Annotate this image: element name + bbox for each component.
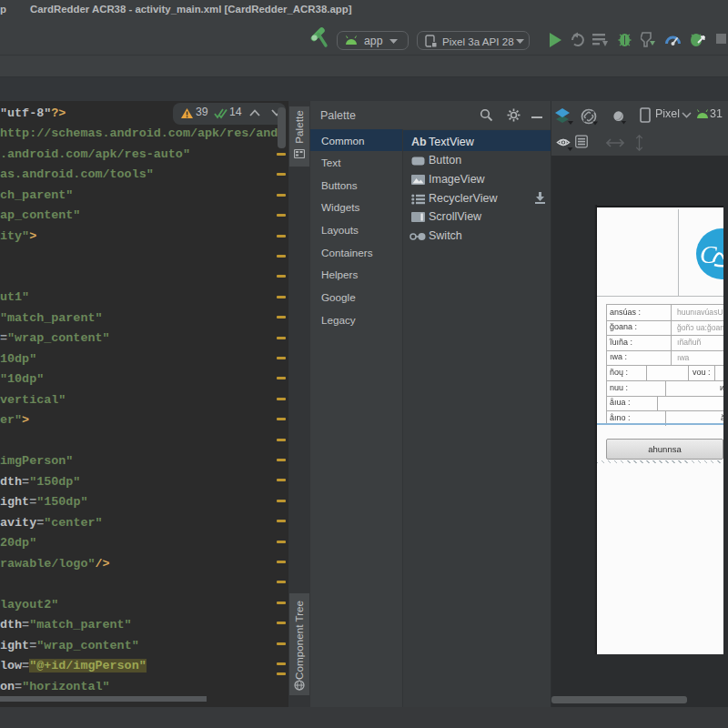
svg-text:C: C [700, 240, 717, 268]
